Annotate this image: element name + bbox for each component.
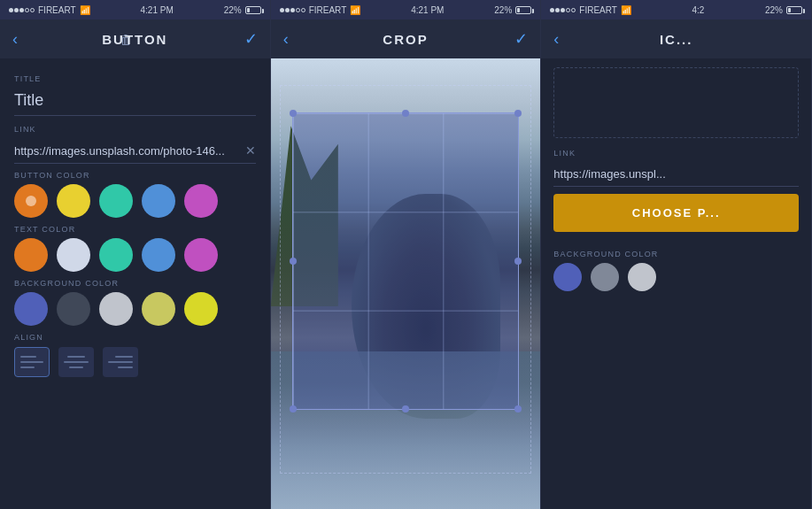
nav-bar-2: ‹ CROP ✓ — [271, 19, 541, 58]
button-color-label: BUTTON COLOR — [14, 171, 256, 180]
dot — [301, 8, 305, 12]
nav-bar-1: ‹ BUTTON 🗑 ✓ — [0, 19, 270, 58]
align-left-button[interactable] — [14, 347, 50, 377]
panel1-content: TITLE LINK https://images.unsplash.com/p… — [0, 58, 270, 509]
crop-panel: FIREART 📶 4:21 PM 22% ‹ CROP ✓ — [271, 0, 542, 509]
dot — [30, 8, 35, 12]
color-swatch[interactable] — [14, 238, 48, 272]
time-2: 4:21 PM — [411, 5, 444, 15]
color-swatch[interactable] — [57, 292, 90, 326]
color-swatch-3c[interactable] — [628, 263, 656, 291]
bg-color-row-3 — [553, 263, 799, 291]
dot — [296, 8, 300, 12]
status-left-1: FIREART 📶 — [9, 5, 90, 15]
battery-icon-3 — [786, 6, 802, 14]
link-clear-button[interactable]: ✕ — [245, 143, 256, 158]
battery-pct-1: 22% — [224, 5, 242, 15]
back-button-2[interactable]: ‹ — [283, 30, 289, 49]
crop-outer-guide — [280, 85, 532, 474]
align-center-button[interactable] — [58, 347, 94, 377]
status-bar-1: FIREART 📶 4:21 PM 22% — [0, 0, 270, 19]
back-button-3[interactable]: ‹ — [553, 30, 559, 49]
color-swatch[interactable] — [184, 184, 218, 218]
dot — [9, 8, 13, 12]
align-right-button[interactable] — [103, 347, 138, 377]
battery-pct-2: 22% — [494, 5, 512, 15]
text-color-label: TEXT COLOR — [14, 225, 256, 234]
color-swatch[interactable] — [57, 238, 90, 272]
color-swatch[interactable] — [184, 238, 218, 272]
panel3-content: LINK https://images.unspl... CHOOSE P...… — [541, 58, 811, 509]
color-swatch[interactable] — [142, 238, 175, 272]
status-right-1: 22% — [224, 5, 261, 15]
color-swatch[interactable] — [57, 184, 90, 218]
align-row — [14, 347, 256, 377]
status-bar-3: FIREART 📶 4:2 22% — [541, 0, 811, 19]
crop-image-area[interactable] — [271, 58, 541, 509]
link-label: LINK — [14, 125, 256, 134]
nav-title-3: IC... — [660, 32, 693, 47]
status-left-2: FIREART 📶 — [280, 5, 361, 15]
bg-color-row — [14, 292, 256, 326]
link-section-label: LINK — [553, 149, 799, 158]
align-line — [115, 356, 133, 358]
color-swatch[interactable] — [14, 184, 48, 218]
check-button-1[interactable]: ✓ — [244, 29, 258, 49]
align-label: ALIGN — [14, 333, 256, 342]
color-swatch-3a[interactable] — [553, 263, 582, 291]
image-placeholder — [553, 67, 799, 138]
battery-fill-2 — [517, 8, 520, 12]
battery-pct-3: 22% — [765, 5, 783, 15]
align-line — [67, 356, 85, 358]
color-swatch[interactable] — [184, 292, 218, 326]
dot — [290, 8, 295, 12]
wifi-icon-3: 📶 — [621, 5, 631, 15]
signal-1 — [9, 8, 35, 12]
title-input[interactable] — [14, 88, 256, 116]
title-label: TITLE — [14, 74, 256, 83]
link-row: https://images.unsplash.com/photo-146...… — [14, 138, 256, 164]
signal-3 — [550, 8, 576, 12]
time-3: 4:2 — [692, 5, 705, 15]
dot — [14, 8, 19, 12]
check-button-2[interactable]: ✓ — [514, 29, 528, 49]
color-swatch[interactable] — [14, 292, 48, 326]
dot — [550, 8, 554, 12]
carrier-1: FIREART — [38, 5, 76, 15]
time-1: 4:21 PM — [141, 5, 174, 15]
text-color-row — [14, 238, 256, 272]
color-swatch[interactable] — [142, 292, 175, 326]
align-line — [69, 366, 84, 368]
carrier-3: FIREART — [579, 5, 617, 15]
color-swatch[interactable] — [142, 184, 175, 218]
nav-title-1: BUTTON — [102, 32, 167, 47]
color-swatch[interactable] — [99, 184, 133, 218]
dot — [280, 8, 284, 12]
align-line — [20, 366, 35, 368]
align-line — [20, 356, 36, 358]
battery-fill-3 — [788, 8, 791, 12]
status-bar-2: FIREART 📶 4:21 PM 22% — [271, 0, 541, 19]
align-line — [20, 361, 43, 363]
status-left-3: FIREART 📶 — [550, 5, 631, 15]
dot — [555, 8, 560, 12]
battery-icon-2 — [515, 6, 531, 14]
wifi-icon-1: 📶 — [80, 5, 90, 15]
align-line — [64, 361, 89, 363]
dot — [25, 8, 29, 12]
carrier-2: FIREART — [309, 5, 347, 15]
color-swatch[interactable] — [99, 238, 133, 272]
color-swatch-3b[interactable] — [591, 263, 619, 291]
dot — [566, 8, 570, 12]
align-line — [108, 361, 133, 363]
button-panel: FIREART 📶 4:21 PM 22% ‹ BUTTON 🗑 ✓ TITLE… — [0, 0, 271, 509]
battery-fill-1 — [247, 8, 250, 12]
battery-icon-1 — [245, 6, 261, 14]
choose-button[interactable]: CHOOSE P... — [553, 194, 799, 232]
back-button-1[interactable]: ‹ — [12, 30, 18, 49]
color-swatch[interactable] — [99, 292, 133, 326]
nav-title-2: CROP — [383, 32, 428, 47]
status-right-3: 22% — [765, 5, 802, 15]
status-right-2: 22% — [494, 5, 531, 15]
link-text: https://images.unsplash.com/photo-146... — [14, 144, 240, 158]
